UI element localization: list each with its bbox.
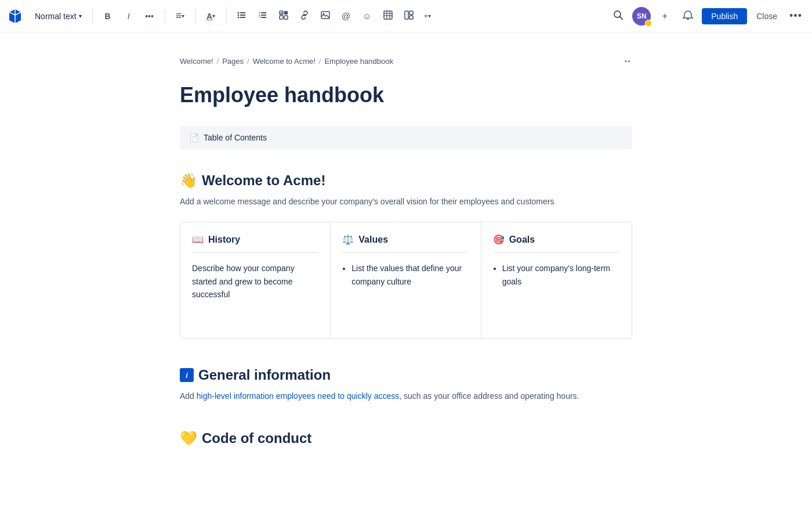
svg-rect-7 — [261, 12, 266, 13]
breadcrumb-pages[interactable]: Pages — [222, 57, 244, 66]
toolbar-separator-1 — [92, 9, 93, 23]
toolbar: Normal text ▾ B I ••• ≡ ▾ A ▾ 123 — [0, 0, 812, 33]
general-info-heading: i General information — [180, 367, 632, 383]
breadcrumb-handbook[interactable]: Employee handbook — [324, 57, 393, 66]
bold-button[interactable]: B — [99, 7, 117, 26]
welcome-subtitle: Add a welcome message and describe your … — [180, 196, 632, 208]
text-color-icon: A — [206, 12, 212, 21]
bullet-list-button[interactable] — [233, 7, 251, 26]
toolbar-separator-2 — [165, 9, 165, 23]
insert-icon: + — [424, 12, 429, 20]
text-color-button[interactable]: A ▾ — [202, 7, 220, 26]
table-icon — [383, 10, 393, 21]
svg-rect-9 — [261, 15, 266, 16]
text-style-dropdown[interactable]: Normal text ▾ — [30, 9, 86, 23]
breadcrumb-sep-3: / — [319, 57, 321, 66]
breadcrumb-welcome[interactable]: Welcome! — [180, 57, 213, 66]
history-card-title: 📖 History — [192, 234, 318, 245]
code-conduct-heading: 💛 Code of conduct — [180, 430, 632, 446]
svg-rect-18 — [384, 11, 392, 19]
italic-button[interactable]: I — [119, 7, 138, 26]
history-card-body: Describe how your company started and gr… — [192, 262, 318, 301]
values-card-divider — [342, 252, 469, 253]
avatar[interactable]: SN — [632, 7, 651, 26]
values-emoji: ⚖️ — [342, 234, 354, 245]
chevron-down-icon-color: ▾ — [212, 13, 215, 19]
toolbar-right: SN + Publish Close ••• — [609, 7, 805, 26]
welcome-heading-text: Welcome to Acme! — [202, 172, 325, 189]
svg-rect-14 — [284, 11, 288, 15]
general-info-subtitle: Add high-level information employees nee… — [180, 390, 632, 402]
link-button[interactable] — [295, 7, 314, 26]
svg-rect-11 — [261, 17, 266, 18]
svg-rect-24 — [409, 11, 413, 15]
more-text-button[interactable]: ••• — [140, 7, 159, 26]
more-options-button[interactable]: ••• — [786, 7, 805, 26]
avatar-badge — [645, 20, 652, 27]
align-button[interactable]: ≡ ▾ — [171, 7, 190, 26]
breadcrumb-expand[interactable]: ↔ — [623, 56, 632, 66]
breadcrumb-sep-2: / — [247, 57, 249, 66]
image-icon — [321, 10, 330, 21]
bullet-list-icon — [237, 10, 246, 21]
app-logo — [7, 8, 23, 24]
chevron-down-icon: ▾ — [79, 13, 82, 19]
numbered-list-icon: 123 — [258, 10, 267, 21]
chevron-down-icon-align: ▾ — [182, 13, 184, 19]
history-card-divider — [192, 252, 318, 253]
values-card[interactable]: ⚖️ Values List the values that define yo… — [331, 222, 481, 338]
mention-button[interactable]: @ — [337, 7, 356, 26]
breadcrumb-welcome-acme[interactable]: Welcome to Acme! — [253, 57, 316, 66]
search-button[interactable] — [609, 7, 628, 26]
svg-line-27 — [620, 16, 623, 19]
add-user-icon: + — [662, 11, 668, 21]
svg-rect-1 — [240, 12, 245, 13]
svg-rect-13 — [280, 16, 283, 19]
welcome-section: 👋 Welcome to Acme! Add a welcome message… — [180, 172, 632, 339]
history-card[interactable]: 📖 History Describe how your company star… — [180, 222, 331, 338]
image-button[interactable] — [316, 7, 335, 26]
goals-card[interactable]: 🎯 Goals List your company's long-term go… — [481, 222, 632, 338]
insert-button[interactable]: + ▾ — [420, 7, 435, 26]
notifications-button[interactable] — [679, 7, 697, 26]
close-button[interactable]: Close — [752, 8, 782, 24]
toc-label: Table of Contents — [204, 133, 267, 142]
table-button[interactable] — [379, 7, 397, 26]
task-list-button[interactable] — [274, 7, 293, 26]
svg-rect-5 — [240, 17, 245, 18]
numbered-list-button[interactable]: 123 — [253, 7, 272, 26]
cards-grid: 📖 History Describe how your company star… — [180, 222, 632, 339]
task-list-icon — [279, 10, 288, 21]
goals-card-divider — [493, 252, 620, 253]
more-options-icon: ••• — [789, 10, 802, 22]
publish-button[interactable]: Publish — [702, 8, 747, 24]
svg-rect-15 — [284, 16, 288, 19]
mention-icon: @ — [342, 11, 350, 21]
svg-rect-23 — [405, 11, 408, 19]
search-icon — [613, 10, 624, 23]
code-conduct-emoji: 💛 — [180, 430, 197, 446]
values-card-title: ⚖️ Values — [342, 234, 469, 245]
welcome-heading: 👋 Welcome to Acme! — [180, 172, 632, 189]
layout-button[interactable] — [400, 7, 418, 26]
invite-button[interactable]: + — [655, 7, 674, 26]
svg-text:3: 3 — [259, 15, 260, 19]
bell-icon — [683, 10, 693, 23]
history-emoji: 📖 — [192, 234, 204, 245]
goals-emoji: 🎯 — [493, 234, 505, 245]
content-area: Welcome! / Pages / Welcome to Acme! / Em… — [145, 33, 667, 508]
toolbar-separator-3 — [195, 9, 196, 23]
svg-point-0 — [237, 12, 239, 14]
general-info-link[interactable]: high-level information employees need to… — [197, 391, 399, 401]
text-style-label: Normal text — [35, 12, 77, 21]
general-info-section: i General information Add high-level inf… — [180, 367, 632, 402]
emoji-button[interactable]: ☺ — [358, 7, 376, 26]
chevron-down-icon-insert: ▾ — [428, 13, 431, 19]
goals-card-title: 🎯 Goals — [493, 234, 620, 245]
breadcrumb-sep-1: / — [217, 57, 219, 66]
expand-icon: ↔ — [623, 56, 632, 66]
align-icon: ≡ — [176, 10, 182, 22]
toolbar-separator-4 — [226, 9, 227, 23]
goals-card-body: List your company's long-term goals — [493, 262, 620, 288]
toc-block[interactable]: 📄 Table of Contents — [180, 126, 632, 149]
